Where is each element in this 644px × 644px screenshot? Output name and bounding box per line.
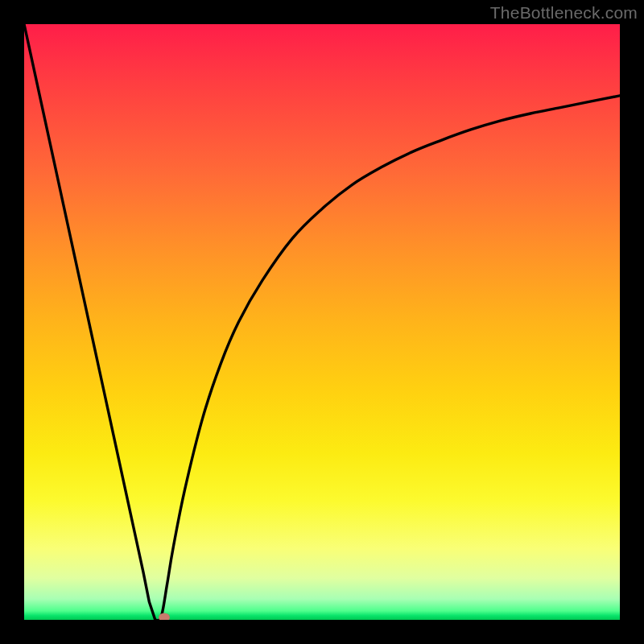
bottleneck-curve: [24, 24, 620, 620]
plot-area: [24, 24, 620, 620]
minimum-marker: [159, 613, 170, 621]
watermark-text: TheBottleneck.com: [490, 3, 638, 23]
chart-frame: TheBottleneck.com: [0, 0, 644, 644]
